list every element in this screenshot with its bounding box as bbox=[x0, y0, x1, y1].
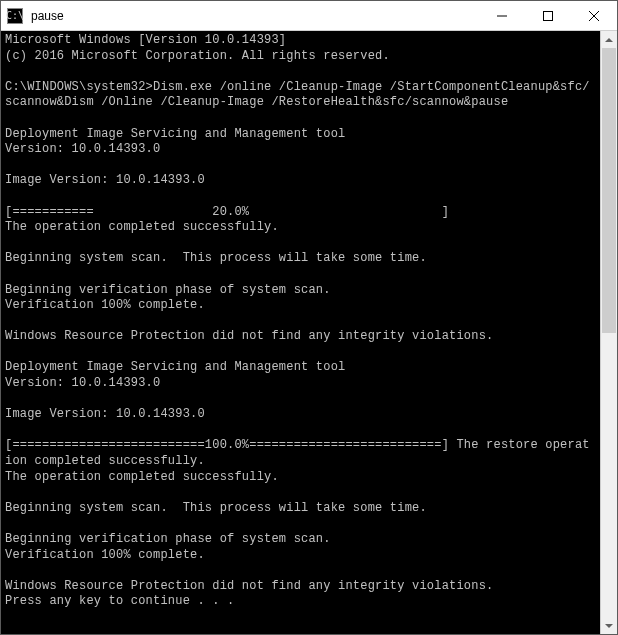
maximize-button[interactable] bbox=[525, 1, 571, 30]
console-output[interactable]: Microsoft Windows [Version 10.0.14393] (… bbox=[1, 31, 600, 634]
scroll-up-arrow[interactable] bbox=[601, 31, 617, 48]
console-area: Microsoft Windows [Version 10.0.14393] (… bbox=[1, 31, 617, 634]
svg-rect-1 bbox=[544, 11, 553, 20]
scroll-thumb[interactable] bbox=[602, 48, 616, 333]
window-titlebar: C:\ pause bbox=[1, 1, 617, 31]
scroll-track[interactable] bbox=[601, 48, 617, 617]
svg-marker-5 bbox=[605, 624, 613, 628]
close-button[interactable] bbox=[571, 1, 617, 30]
minimize-button[interactable] bbox=[479, 1, 525, 30]
window-title: pause bbox=[29, 9, 479, 23]
scroll-down-arrow[interactable] bbox=[601, 617, 617, 634]
cmd-icon: C:\ bbox=[7, 8, 23, 24]
svg-marker-4 bbox=[605, 38, 613, 42]
window-controls bbox=[479, 1, 617, 30]
vertical-scrollbar[interactable] bbox=[600, 31, 617, 634]
